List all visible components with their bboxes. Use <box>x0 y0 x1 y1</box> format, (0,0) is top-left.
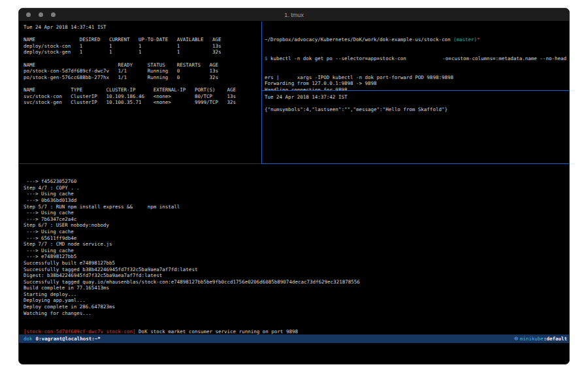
pod-log-text: DoK stock market consumer service runnin… <box>136 329 298 334</box>
docker-build-log: ---> f45623052760 Step 4/7 : COPY . . --… <box>24 178 569 316</box>
window-titlebar: 1. tmux <box>19 8 569 22</box>
kube-context: minikube <box>520 334 544 343</box>
tmux-session: Tue 24 Apr 2018 14:37:41 IST NAME DESIRE… <box>19 22 569 364</box>
pane-curl-watch[interactable]: Tue 24 Apr 2018 14:37:42 IST {"numsymbol… <box>262 91 569 163</box>
port-forward-output: ers | xargs -IPOD kubectl -n dok port-fo… <box>265 74 568 90</box>
pane-port-forward[interactable]: ~/Dropbox/advocacy/Kubernetes/DoK/work/d… <box>262 22 569 90</box>
tmux-status-bar: dok 0:vagrant@localhost:~* ☸ minikube :d… <box>19 334 569 343</box>
log-line: [stock-con-5d7df689cf-dwc7v stock-con] D… <box>24 329 569 334</box>
zoom-button[interactable] <box>51 12 56 17</box>
command-left: kubectl -n dok get po --selector=app=sto… <box>268 56 406 61</box>
pod-log-prefix: [stock-con-5d7df689cf-dwc7v stock-con] <box>24 329 136 334</box>
kube-namespace: :default <box>544 334 567 343</box>
minimize-button[interactable] <box>39 12 43 17</box>
pane-kubectl-watch[interactable]: Tue 24 Apr 2018 14:37:41 IST NAME DESIRE… <box>19 22 261 163</box>
kubernetes-icon: ☸ <box>514 336 519 342</box>
tmux-session-name: dok <box>24 334 33 343</box>
git-dirty-flag: * <box>477 37 480 42</box>
pane-skaffold-log[interactable]: ---> f45623052760 Step 4/7 : COPY . . --… <box>19 164 569 334</box>
command-line: $ kubectl -n dok get po --selector=app=s… <box>265 56 568 62</box>
close-button[interactable] <box>26 12 31 17</box>
command-right: -o=custom-columns=:metadata.name --no-he… <box>442 56 566 62</box>
cwd-path: ~/Dropbox/advocacy/Kubernetes/DoK/work/d… <box>265 37 453 42</box>
tmux-window-list-item[interactable]: 0:vagrant@localhost:~* <box>36 334 101 343</box>
git-branch: (master) <box>453 37 477 42</box>
window-title: 1. tmux <box>19 8 569 22</box>
shell-header-line: ~/Dropbox/advocacy/Kubernetes/DoK/work/d… <box>265 37 568 43</box>
terminal-window: 1. tmux Tue 24 Apr 2018 14:37:41 IST NAM… <box>18 8 570 365</box>
